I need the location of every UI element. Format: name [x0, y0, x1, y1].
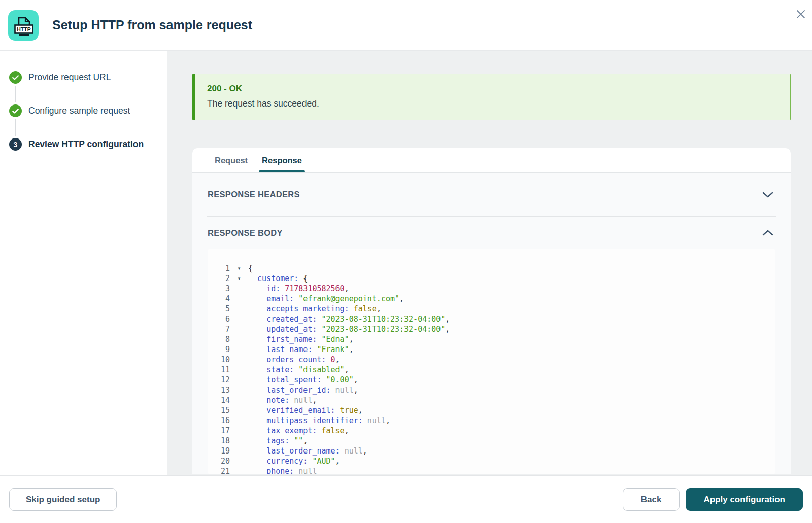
line-number: 7 — [208, 324, 230, 334]
line-number: 4 — [208, 294, 230, 304]
code-text: tags: "", — [248, 436, 308, 446]
code-text: orders_count: 0, — [248, 355, 340, 365]
gutter-spacer — [230, 334, 248, 344]
gutter-spacer — [230, 436, 248, 446]
setup-stepper: Provide request URL Configure sample req… — [0, 51, 167, 475]
code-line: 20 currency: "AUD", — [208, 456, 775, 466]
code-text: id: 7178310582560, — [248, 284, 349, 294]
step-number-badge: 3 — [9, 138, 22, 151]
code-text: last_order_id: null, — [248, 385, 358, 395]
back-button[interactable]: Back — [623, 488, 680, 511]
chevron-down-icon[interactable] — [760, 190, 775, 200]
code-text: phone: null — [248, 466, 317, 474]
step-provide-request-url[interactable]: Provide request URL — [9, 71, 159, 84]
collapse-toggle-icon[interactable]: ▾ — [230, 273, 248, 284]
skip-guided-setup-button[interactable]: Skip guided setup — [9, 488, 117, 511]
code-line: 6 created_at: "2023-08-31T10:23:32-04:00… — [208, 314, 775, 324]
code-line: 4 email: "efrank@genepoint.com", — [208, 294, 775, 304]
section-title: RESPONSE BODY — [208, 228, 283, 238]
dialog-footer: Skip guided setup Back Apply configurati… — [0, 475, 812, 523]
code-text: currency: "AUD", — [248, 456, 340, 466]
line-number: 18 — [208, 436, 230, 446]
response-body-code-viewer[interactable]: 1▾{2▾ customer: {3 id: 7178310582560,4 e… — [208, 249, 775, 474]
code-line: 14 note: null, — [208, 395, 775, 405]
gutter-spacer — [230, 466, 248, 474]
code-line: 19 last_order_name: null, — [208, 446, 775, 456]
apply-configuration-button[interactable]: Apply configuration — [686, 488, 803, 511]
code-text: accepts_marketing: false, — [248, 304, 381, 314]
http-file-icon: HTTP — [8, 10, 39, 41]
status-message: The request has succeeded. — [207, 98, 778, 109]
step-label: Review HTTP configuration — [28, 139, 144, 150]
code-line: 10 orders_count: 0, — [208, 355, 775, 365]
tab-label: Request — [215, 156, 248, 165]
line-number: 20 — [208, 456, 230, 466]
code-text: note: null, — [248, 395, 317, 405]
code-line: 12 total_spent: "0.00", — [208, 375, 775, 385]
code-line: 2▾ customer: { — [208, 273, 775, 284]
gutter-spacer — [230, 284, 248, 294]
code-line: 8 first_name: "Edna", — [208, 334, 775, 344]
code-text: { — [248, 263, 253, 273]
gutter-spacer — [230, 426, 248, 436]
line-number: 14 — [208, 395, 230, 405]
code-text: created_at: "2023-08-31T10:23:32-04:00", — [248, 314, 450, 324]
step-label: Provide request URL — [28, 72, 111, 83]
code-text: email: "efrank@genepoint.com", — [248, 294, 404, 304]
code-line: 16 multipass_identifier: null, — [208, 415, 775, 426]
tab-response[interactable]: Response — [255, 148, 309, 172]
code-line: 17 tax_exempt: false, — [208, 426, 775, 436]
tab-request[interactable]: Request — [208, 148, 255, 172]
tab-label: Response — [262, 156, 302, 165]
code-text: first_name: "Edna", — [248, 334, 354, 344]
gutter-spacer — [230, 294, 248, 304]
active-tab-indicator — [259, 170, 305, 172]
line-number: 10 — [208, 355, 230, 365]
svg-text:HTTP: HTTP — [17, 26, 30, 32]
success-banner: 200 - OK The request has succeeded. — [192, 74, 791, 120]
gutter-spacer — [230, 344, 248, 355]
code-line: 9 last_name: "Frank", — [208, 344, 775, 355]
step-configure-sample-request[interactable]: Configure sample request — [9, 104, 159, 117]
step-review-http-configuration[interactable]: 3 Review HTTP configuration — [9, 138, 159, 151]
code-line: 15 verified_email: true, — [208, 405, 775, 415]
line-number: 12 — [208, 375, 230, 385]
page-title: Setup HTTP from sample request — [52, 18, 252, 32]
code-line: 3 id: 7178310582560, — [208, 284, 775, 294]
response-body-section[interactable]: RESPONSE BODY — [192, 217, 791, 249]
collapse-toggle-icon[interactable]: ▾ — [230, 263, 248, 273]
line-number: 19 — [208, 446, 230, 456]
dialog-header: HTTP Setup HTTP from sample request — [0, 0, 812, 51]
main-content: 200 - OK The request has succeeded. Requ… — [167, 51, 812, 475]
line-number: 6 — [208, 314, 230, 324]
gutter-spacer — [230, 385, 248, 395]
step-connector — [15, 86, 16, 102]
line-number: 1 — [208, 263, 230, 273]
line-number: 2 — [208, 273, 230, 284]
gutter-spacer — [230, 456, 248, 466]
step-connector — [15, 119, 16, 136]
gutter-spacer — [230, 365, 248, 375]
response-headers-section[interactable]: RESPONSE HEADERS — [192, 173, 791, 216]
code-text: customer: { — [248, 273, 308, 284]
code-text: last_order_name: null, — [248, 446, 367, 456]
gutter-spacer — [230, 314, 248, 324]
step-label: Configure sample request — [28, 106, 130, 116]
close-icon[interactable] — [794, 7, 808, 21]
step-complete-check-icon — [9, 104, 22, 117]
code-text: updated_at: "2023-08-31T10:23:32-04:00", — [248, 324, 450, 334]
code-text: multipass_identifier: null, — [248, 415, 390, 426]
footer-actions: Back Apply configuration — [623, 488, 803, 511]
code-text: total_spent: "0.00", — [248, 375, 358, 385]
gutter-spacer — [230, 395, 248, 405]
status-code: 200 - OK — [207, 84, 778, 94]
code-line: 21 phone: null — [208, 466, 775, 474]
line-number: 11 — [208, 365, 230, 375]
gutter-spacer — [230, 405, 248, 415]
code-text: tax_exempt: false, — [248, 426, 349, 436]
code-line: 11 state: "disabled", — [208, 365, 775, 375]
line-number: 15 — [208, 405, 230, 415]
gutter-spacer — [230, 446, 248, 456]
line-number: 16 — [208, 415, 230, 426]
chevron-up-icon[interactable] — [760, 228, 775, 238]
